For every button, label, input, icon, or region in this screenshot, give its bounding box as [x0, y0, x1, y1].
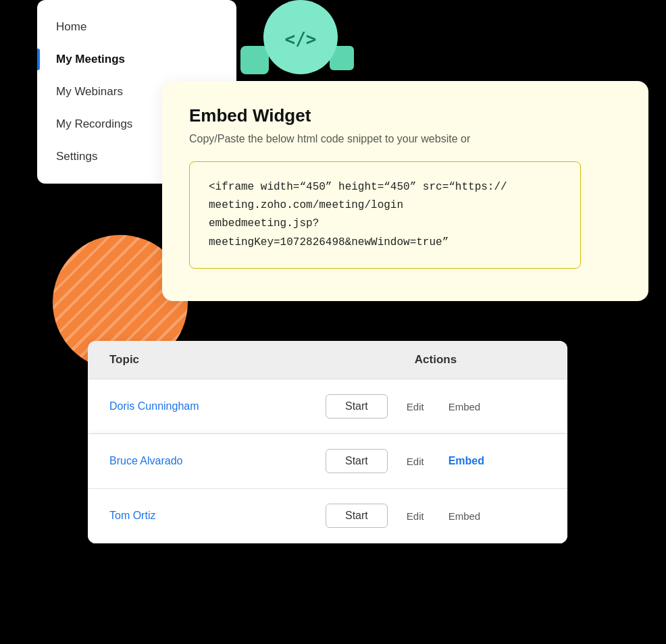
edit-button-tom[interactable]: Edit: [401, 510, 430, 522]
table-row-tom: Tom Ortiz Start Edit Embed: [88, 489, 567, 543]
embed-widget-card: Embed Widget Copy/Paste the below html c…: [162, 81, 648, 301]
row-topic-bruce: Bruce Alvarado: [109, 455, 326, 467]
row-topic-tom: Tom Ortiz: [109, 510, 326, 522]
sidebar-item-label: My Recordings: [56, 117, 132, 130]
embed-code-box[interactable]: <iframe width=“450” height=“450” src=“ht…: [189, 161, 581, 269]
embed-widget-description: Copy/Paste the below html code snippet t…: [189, 133, 621, 145]
edit-button-bruce[interactable]: Edit: [401, 456, 430, 467]
embed-button-bruce[interactable]: Embed: [443, 455, 490, 467]
meetings-table: Topic Actions Doris Cunningham Start Edi…: [88, 341, 567, 543]
sidebar-item-label: My Meetings: [56, 53, 125, 65]
edit-button-doris[interactable]: Edit: [401, 401, 430, 412]
table-row: Doris Cunningham Start Edit Embed: [88, 379, 567, 434]
table-row-highlighted: Bruce Alvarado Start Edit Embed: [88, 434, 567, 489]
code-icon: </>: [283, 20, 318, 55]
embed-widget-title: Embed Widget: [189, 105, 621, 126]
column-header-actions: Actions: [326, 353, 546, 367]
row-topic-doris: Doris Cunningham: [109, 400, 326, 412]
row-actions-bruce: Start Edit Embed: [326, 449, 546, 473]
sidebar-item-label: Home: [56, 20, 86, 33]
svg-text:</>: </>: [285, 29, 317, 49]
row-actions-doris: Start Edit Embed: [326, 394, 546, 419]
sidebar-item-my-meetings[interactable]: My Meetings: [37, 43, 236, 76]
column-header-topic: Topic: [109, 353, 326, 367]
embed-button-tom[interactable]: Embed: [443, 510, 486, 522]
deco-square-green: [240, 46, 269, 74]
sidebar-item-label: My Webinars: [56, 85, 123, 98]
start-button-doris[interactable]: Start: [326, 394, 388, 419]
embed-button-doris[interactable]: Embed: [443, 401, 486, 412]
code-icon-circle: </>: [263, 0, 338, 74]
sidebar-item-home[interactable]: Home: [37, 11, 236, 43]
start-button-tom[interactable]: Start: [326, 504, 388, 528]
sidebar-item-label: Settings: [56, 150, 97, 163]
table-header: Topic Actions: [88, 341, 567, 379]
start-button-bruce[interactable]: Start: [326, 449, 388, 473]
row-actions-tom: Start Edit Embed: [326, 504, 546, 528]
